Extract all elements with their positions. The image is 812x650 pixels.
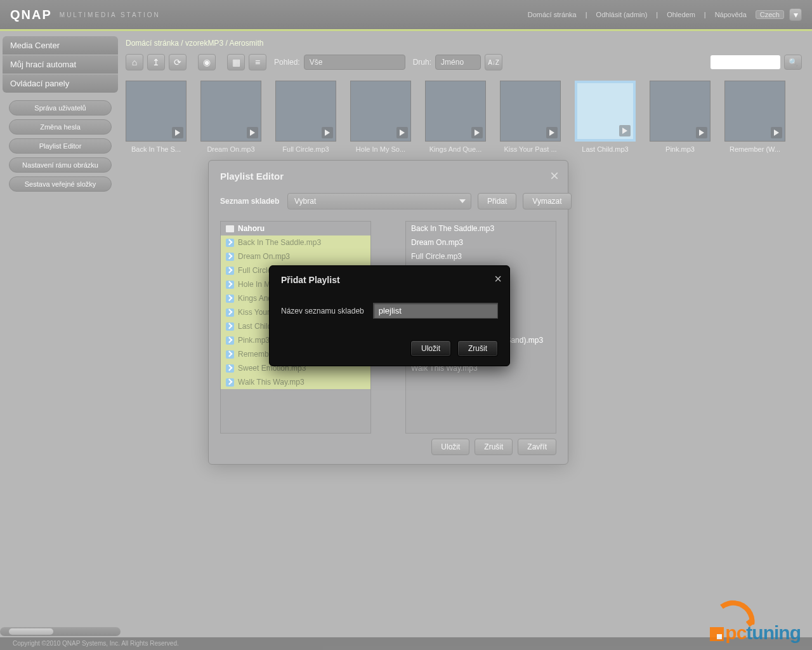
- album-art[interactable]: [425, 81, 486, 142]
- play-icon[interactable]: [619, 125, 631, 136]
- ple-save-button[interactable]: Uložit: [431, 439, 469, 455]
- audio-file-icon: [226, 322, 234, 331]
- app-header: QNAP Multimedia Station Domácí stránka| …: [0, 0, 812, 29]
- link-about[interactable]: Ohledem: [663, 11, 699, 18]
- playlist-name-input[interactable]: [373, 303, 498, 319]
- album-item[interactable]: Dream On.mp3: [200, 81, 261, 153]
- album-item[interactable]: Back In The S...: [126, 81, 187, 153]
- sidebar-item-control-panels[interactable]: Ovládací panely: [3, 74, 118, 93]
- album-title: Pink.mp3: [650, 145, 710, 153]
- audio-file-icon: [226, 295, 234, 303]
- album-art[interactable]: [500, 81, 561, 142]
- kind-select[interactable]: Jméno: [435, 55, 481, 70]
- ple-cancel-button[interactable]: Zrušit: [475, 439, 513, 455]
- album-title: Last Child.mp3: [575, 145, 636, 153]
- kind-label: Druh:: [413, 58, 431, 67]
- album-item[interactable]: Full Circle.mp3: [275, 81, 336, 153]
- album-item[interactable]: Pink.mp3: [650, 81, 710, 153]
- chevron-down-icon[interactable]: ▾: [789, 8, 802, 21]
- play-icon[interactable]: [172, 127, 183, 138]
- list-item[interactable]: Full Circle.mp3: [406, 249, 556, 263]
- album-item[interactable]: Hole In My So...: [350, 81, 411, 153]
- list-item[interactable]: Back In The Saddle.mp3: [406, 222, 556, 235]
- side-btn-playlist-editor[interactable]: Playlist Editor: [9, 138, 112, 154]
- horizontal-scrollbar[interactable]: [0, 627, 121, 636]
- sidebar: Media Center Můj hrací automat Ovládací …: [0, 31, 121, 201]
- album-art[interactable]: [126, 81, 187, 142]
- play-icon[interactable]: [247, 127, 258, 138]
- toolbar: ⌂ ↥ ⟳ ◉ ▦ ≡ Pohled: Vše Druh: Jméno A↓Z …: [126, 50, 802, 74]
- side-btn-public[interactable]: Sestava veřejné složky: [9, 176, 112, 192]
- album-art[interactable]: [350, 81, 411, 142]
- watermark: pctuning: [710, 622, 801, 644]
- play-icon[interactable]: [771, 127, 782, 138]
- modal-save-button[interactable]: Uložit: [410, 340, 451, 357]
- album-item[interactable]: Kings And Que...: [425, 81, 486, 153]
- album-title: Full Circle.mp3: [275, 145, 336, 153]
- sort-az-icon[interactable]: A↓Z: [485, 54, 502, 70]
- list-view-icon[interactable]: ≡: [249, 54, 266, 70]
- audio-file-icon: [226, 378, 234, 387]
- view-select[interactable]: Vše: [304, 55, 405, 70]
- play-icon[interactable]: [322, 127, 333, 138]
- scroll-thumb[interactable]: [9, 628, 53, 635]
- ple-list-label: Seznam skladeb: [220, 197, 281, 206]
- album-title: Hole In My So...: [350, 145, 411, 153]
- grid-view-icon[interactable]: ▦: [227, 54, 245, 70]
- album-title: Back In The S...: [126, 145, 187, 153]
- close-icon[interactable]: ×: [494, 272, 502, 285]
- play-icon[interactable]: [471, 127, 483, 138]
- list-item[interactable]: Walk This Way.mp3: [221, 375, 370, 389]
- link-home[interactable]: Domácí stránka: [524, 11, 580, 18]
- up-icon[interactable]: ↥: [147, 54, 165, 70]
- play-icon[interactable]: [546, 127, 558, 138]
- side-btn-frame[interactable]: Nastavení rámu obrázku: [9, 157, 112, 173]
- breadcrumb[interactable]: Domácí stránka / vzorekMP3 / Aerosmith: [126, 36, 802, 50]
- audio-file-icon: [226, 267, 234, 275]
- play-icon[interactable]: [696, 127, 707, 138]
- audio-file-icon: [226, 308, 234, 317]
- list-item[interactable]: Nahoru: [221, 222, 370, 235]
- link-logout[interactable]: Odhlásit (admin): [593, 11, 652, 18]
- footer-copyright: Copyright ©2010 QNAP Systems, Inc. All R…: [0, 637, 812, 650]
- close-icon[interactable]: ×: [550, 168, 559, 183]
- camera-icon[interactable]: ◉: [198, 54, 216, 70]
- search-input[interactable]: [710, 55, 780, 69]
- album-art[interactable]: [650, 81, 710, 142]
- ple-delete-button[interactable]: Vymazat: [523, 193, 571, 209]
- album-art[interactable]: [275, 81, 336, 142]
- album-art[interactable]: [724, 81, 785, 142]
- album-item[interactable]: Kiss Your Past ...: [500, 81, 561, 153]
- playlist-name-label: Název seznamu skladeb: [281, 307, 364, 315]
- album-title: Remember (W...: [724, 145, 785, 153]
- list-item[interactable]: Dream On.mp3: [406, 235, 556, 249]
- modal-cancel-button[interactable]: Zrušit: [457, 340, 498, 357]
- home-icon[interactable]: ⌂: [126, 54, 143, 70]
- watermark-square-icon: [710, 627, 724, 641]
- list-item[interactable]: Back In The Saddle.mp3: [221, 235, 370, 249]
- ple-add-button[interactable]: Přidat: [478, 193, 516, 209]
- album-item[interactable]: Remember (W...: [724, 81, 785, 153]
- refresh-icon[interactable]: ⟳: [169, 54, 187, 70]
- album-item[interactable]: Last Child.mp3: [575, 81, 636, 153]
- list-item[interactable]: Dream On.mp3: [221, 249, 370, 263]
- link-help[interactable]: Nápověda: [711, 11, 750, 18]
- language-select[interactable]: Czech: [756, 10, 784, 19]
- sidebar-item-media-center[interactable]: Media Center: [3, 36, 118, 55]
- sidebar-item-jukebox[interactable]: Můj hrací automat: [3, 55, 118, 74]
- ple-playlist-select[interactable]: Vybrat: [287, 193, 471, 209]
- audio-file-icon: [226, 239, 234, 247]
- modal-title: Přidat Playlist: [281, 275, 498, 285]
- ple-close-button[interactable]: Zavřít: [518, 439, 556, 455]
- side-btn-password[interactable]: Změna hesla: [9, 119, 112, 135]
- album-art[interactable]: [200, 81, 261, 142]
- side-btn-users[interactable]: Správa uživatelů: [9, 100, 112, 116]
- brand-logo: QNAP: [10, 8, 52, 22]
- search-icon[interactable]: 🔍: [784, 55, 802, 70]
- album-title: Kings And Que...: [425, 145, 486, 153]
- album-art[interactable]: [575, 81, 636, 142]
- header-links: Domácí stránka| Odhlásit (admin)| Ohlede…: [524, 8, 802, 21]
- play-icon[interactable]: [396, 127, 408, 138]
- audio-file-icon: [226, 281, 234, 289]
- ple-title: Playlist Editor: [220, 171, 556, 182]
